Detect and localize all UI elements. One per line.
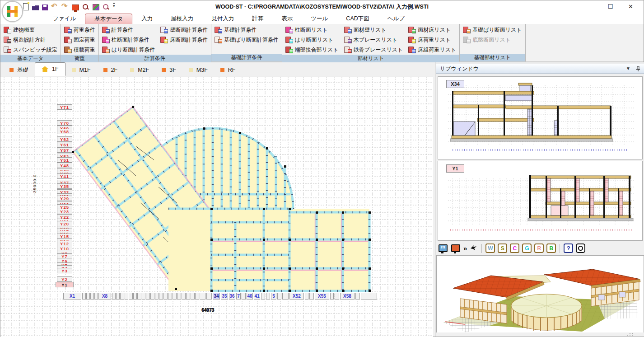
maximize-button[interactable]: ☐ <box>600 0 621 13</box>
x-axis-label-blank[interactable] <box>266 293 270 300</box>
layer-button-R[interactable]: R <box>534 243 544 253</box>
x-axis-label-blank[interactable] <box>186 293 190 300</box>
y-axis-label-Y29[interactable]: Y29 <box>57 196 72 201</box>
ribbon-button[interactable]: 床断面計算条件 <box>159 35 209 45</box>
y-axis-label-Y51[interactable]: Y51 <box>57 157 72 163</box>
open-file-icon[interactable] <box>32 5 39 10</box>
x-axis-label-blank[interactable] <box>182 293 186 300</box>
y-axis-label-Y3[interactable]: Y3 <box>57 268 72 273</box>
cad-canvas[interactable]: Y71Y70Y69Y68Y62Y61Y57Y52Y51Y48Y43Y42Y41Y… <box>0 76 433 337</box>
floor-tab-RF[interactable]: RF <box>214 64 242 76</box>
y-axis-label-Y68[interactable]: Y68 <box>57 129 72 134</box>
x-axis-label-40[interactable]: 40 <box>247 293 253 300</box>
x-axis-label-blank[interactable] <box>355 293 360 300</box>
layer-button-C[interactable]: C <box>510 243 519 253</box>
x-axis-label-blank[interactable] <box>168 293 172 300</box>
menu-item-0[interactable]: ファイル <box>44 14 85 24</box>
ribbon-button[interactable]: スパンピッチ設定 <box>2 45 59 55</box>
floor-tab-M3F[interactable]: M3F <box>182 64 214 76</box>
x-axis-label-blank[interactable] <box>191 293 195 300</box>
floor-tab-2F[interactable]: 2F <box>97 64 124 76</box>
x-axis-label-7[interactable]: 7 <box>236 293 241 300</box>
x-axis-label-blank[interactable] <box>133 293 137 300</box>
x-axis-label-blank[interactable] <box>361 293 377 300</box>
x-axis-label-blank[interactable] <box>116 293 120 300</box>
x-axis-label-blank[interactable] <box>94 293 98 300</box>
x-axis-label-blank[interactable] <box>195 293 199 300</box>
x-axis-label-blank[interactable] <box>155 293 159 300</box>
x-axis-label-5[interactable]: 5 <box>271 293 276 300</box>
ribbon-button[interactable]: 面材壁リスト <box>343 25 405 35</box>
menu-item-3[interactable]: 屋根入力 <box>162 14 202 24</box>
x-axis-label-blank[interactable] <box>112 293 116 300</box>
x-axis-label-X55[interactable]: X55 <box>315 293 329 300</box>
bird-icon[interactable] <box>470 244 478 253</box>
elevation-view-y1[interactable]: Y1 <box>438 161 643 241</box>
x-axis-label-X58[interactable]: X58 <box>340 293 355 300</box>
x-axis-label-34[interactable]: 34 <box>213 293 220 300</box>
floor-tab-1F[interactable]: 1F <box>35 62 65 76</box>
y-axis-label-Y70[interactable]: Y70 <box>57 120 72 126</box>
ribbon-button[interactable]: 鉄骨ブレースリスト <box>343 45 405 55</box>
menu-item-5[interactable]: 計算 <box>243 14 272 24</box>
x-axis-label-blank[interactable] <box>142 293 145 300</box>
x-axis-label-blank[interactable] <box>159 293 163 300</box>
close-button[interactable]: ✕ <box>621 0 641 13</box>
ribbon-button[interactable]: 柱断面計算条件 <box>101 35 157 45</box>
x-axis-label-blank[interactable] <box>82 293 86 300</box>
y-axis-label-Y57[interactable]: Y57 <box>57 147 72 153</box>
y-axis-label-Y61[interactable]: Y61 <box>57 142 72 147</box>
x-axis-label-blank[interactable] <box>129 293 133 300</box>
zoom-icon[interactable] <box>82 4 89 11</box>
y-axis-label-Y48[interactable]: Y48 <box>57 163 72 168</box>
x-axis-label-blank[interactable] <box>242 293 246 300</box>
resize-grip[interactable] <box>627 333 633 336</box>
new-file-icon[interactable] <box>23 3 29 10</box>
x-axis-label-X8[interactable]: X8 <box>98 293 111 300</box>
x-axis-label-36[interactable]: 36 <box>229 293 235 300</box>
menu-item-8[interactable]: CAD下図 <box>337 14 378 24</box>
ribbon-button[interactable]: 柱断面リスト <box>284 25 340 35</box>
y-axis-label-Y35[interactable]: Y35 <box>57 183 72 189</box>
elevation-view-x34[interactable]: X34 <box>438 76 643 159</box>
redo-icon[interactable] <box>61 3 69 10</box>
menu-item-4[interactable]: 見付入力 <box>202 14 243 24</box>
ribbon-button[interactable]: 面材床リスト <box>407 25 457 35</box>
undo-icon[interactable] <box>51 3 58 10</box>
layer-button-W[interactable]: W <box>485 243 495 253</box>
menu-item-1[interactable]: 基本データ <box>85 14 132 24</box>
menu-item-9[interactable]: ヘルプ <box>378 14 414 24</box>
x-axis-label-X1[interactable]: X1 <box>63 293 81 300</box>
floor-tab-3F[interactable]: 3F <box>155 64 182 76</box>
ribbon-button[interactable]: 荷重条件 <box>63 25 97 35</box>
ribbon-button[interactable]: 基礎ばり断面計算条件 <box>213 35 280 45</box>
y-axis-label-Y2[interactable]: Y2 <box>57 276 72 282</box>
ribbon-button[interactable]: 構造設計方針 <box>2 35 59 45</box>
x-axis-label-blank[interactable] <box>150 293 154 300</box>
floor-tab-M1F[interactable]: M1F <box>65 64 97 76</box>
ribbon-button[interactable]: 基礎ばり断面リスト <box>462 25 523 35</box>
x-axis-label-blank[interactable] <box>282 293 289 300</box>
x-axis-label-blank[interactable] <box>206 293 212 300</box>
x-axis-label-blank[interactable] <box>125 293 128 300</box>
x-axis-label-blank[interactable] <box>146 293 150 300</box>
ribbon-button[interactable]: 壁断面計算条件 <box>159 25 209 35</box>
floor-tab-基礎[interactable]: 基礎 <box>3 64 35 76</box>
pin-icon[interactable] <box>636 66 640 72</box>
ribbon-button[interactable]: 端部接合部リスト <box>284 45 340 55</box>
toolbar-options-icon[interactable] <box>113 3 117 10</box>
ribbon-button[interactable]: 床組荷重リスト <box>407 45 457 55</box>
ribbon-button[interactable]: 固定荷重 <box>63 35 97 45</box>
collapse-icon[interactable]: ▼ <box>626 64 630 73</box>
help-button[interactable]: ? <box>564 243 573 253</box>
floor-tab-M2F[interactable]: M2F <box>124 64 155 76</box>
monitor-plan-button[interactable]: m <box>438 243 448 253</box>
layer-button-G[interactable]: G <box>522 243 532 253</box>
minimize-button[interactable]: — <box>580 0 600 13</box>
x-axis-label-blank[interactable] <box>120 293 124 300</box>
ribbon-button[interactable]: 基礎計算条件 <box>213 25 280 35</box>
x-axis-label-blank[interactable] <box>309 293 314 300</box>
ribbon-button[interactable]: 木ブレースリスト <box>343 35 405 45</box>
record-circle-button[interactable] <box>576 243 585 253</box>
layer-button-S[interactable]: S <box>498 243 507 253</box>
